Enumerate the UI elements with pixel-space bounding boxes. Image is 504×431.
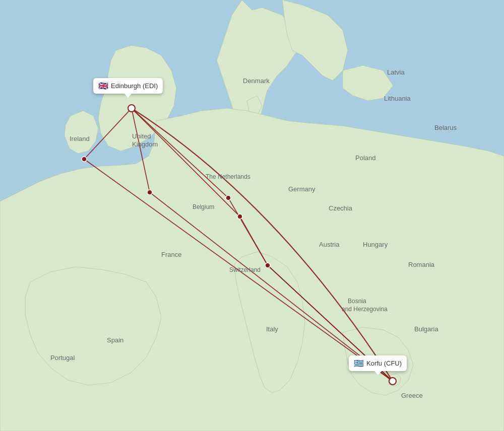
map-svg: Ireland United Kingdom Denmark Latvia Li… [0,0,504,431]
ireland-label: Ireland [70,135,90,142]
map-container: Ireland United Kingdom Denmark Latvia Li… [0,0,504,431]
greece-label: Greece [401,392,423,399]
svg-point-1 [82,157,87,162]
svg-text:Hungary: Hungary [363,241,388,248]
svg-text:Portugal: Portugal [50,354,75,362]
svg-text:Kingdom: Kingdom [132,140,158,148]
svg-point-7 [389,378,396,385]
svg-point-3 [226,195,231,200]
svg-point-5 [265,263,270,268]
svg-point-4 [237,214,242,219]
svg-text:Switzerland: Switzerland [229,266,261,273]
svg-text:Italy: Italy [266,325,278,333]
svg-text:Spain: Spain [107,336,123,344]
svg-text:Bulgaria: Bulgaria [414,325,438,333]
svg-text:Czechia: Czechia [329,204,353,212]
svg-text:France: France [161,251,181,258]
svg-text:Latvia: Latvia [387,68,405,76]
svg-text:and Herzegovina: and Herzegovina [342,306,388,313]
svg-text:Lithuania: Lithuania [384,95,411,102]
svg-text:Romania: Romania [408,261,435,268]
svg-text:Germany: Germany [288,185,316,193]
svg-text:Bosnia: Bosnia [348,298,366,305]
svg-text:Austria: Austria [319,241,340,248]
svg-point-2 [147,190,152,195]
svg-text:Denmark: Denmark [243,77,270,85]
svg-text:United: United [132,132,151,140]
svg-text:Belgium: Belgium [193,203,214,210]
svg-text:The Netherlands: The Netherlands [206,173,250,180]
svg-text:Belarus: Belarus [434,124,457,131]
svg-text:Poland: Poland [355,154,375,162]
svg-point-6 [128,105,135,112]
